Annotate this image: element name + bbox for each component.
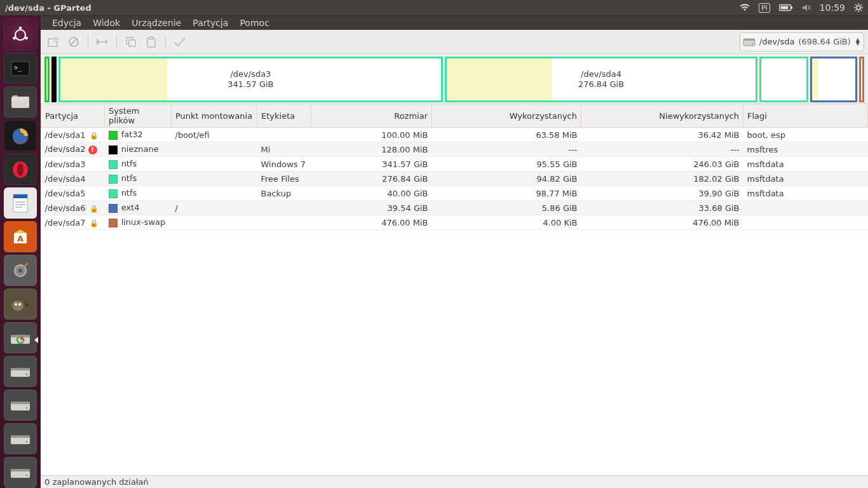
new-partition-button[interactable] (44, 33, 62, 51)
cell-unused: 182.02 GiB (581, 172, 743, 186)
launcher-opera[interactable] (4, 154, 37, 185)
col-flags[interactable]: Flagi (743, 104, 868, 128)
launcher-drive-4[interactable] (4, 457, 37, 488)
menu-partition[interactable]: Partycja (193, 18, 228, 28)
graph-sda3[interactable]: /dev/sda3341.57 GiB (58, 57, 443, 102)
cell-unused: 476.00 MiB (581, 215, 743, 230)
launcher-firefox[interactable] (4, 120, 37, 151)
lock-icon: 🔒 (90, 219, 98, 227)
table-row[interactable]: /dev/sda6 🔒 ext4/39.54 GiB5.86 GiB33.68 … (41, 201, 868, 215)
launcher-software[interactable]: A (4, 221, 37, 252)
table-row[interactable]: /dev/sda4 ntfsFree Files276.84 GiB94.82 … (41, 172, 868, 186)
col-used[interactable]: Wykorzystanych (432, 104, 581, 128)
svg-point-43 (26, 373, 28, 375)
svg-rect-48 (11, 435, 30, 438)
cell-fs: linux-swap (105, 215, 172, 230)
paste-button[interactable] (142, 33, 160, 51)
volume-icon[interactable] (802, 4, 811, 11)
graph-sda7[interactable] (859, 57, 864, 102)
col-fs[interactable]: System plików (105, 104, 172, 128)
col-label[interactable]: Etykieta (257, 104, 311, 128)
svg-line-58 (71, 39, 77, 45)
cell-fs: nieznane (105, 142, 172, 157)
resize-button[interactable] (93, 33, 111, 51)
device-path: /dev/sda (759, 37, 795, 46)
lock-icon: 🔒 (90, 205, 98, 213)
partition-table[interactable]: Partycja System plików Punkt montowania … (41, 104, 868, 475)
svg-point-34 (18, 269, 22, 273)
graph-sda2[interactable] (51, 57, 57, 102)
svg-point-17 (25, 36, 28, 39)
launcher-files[interactable] (4, 86, 37, 118)
device-selector[interactable]: /dev/sda (698.64 GiB) ▲▼ (740, 32, 864, 51)
svg-rect-2 (780, 6, 788, 10)
svg-point-66 (752, 43, 754, 44)
cell-partition: /dev/sda1 🔒 (41, 128, 105, 142)
menu-bar: GParted Edycja Widok Urządzenie Partycja… (0, 15, 868, 30)
gear-icon[interactable] (854, 3, 863, 12)
launcher-drive-3[interactable] (4, 423, 37, 454)
col-mount[interactable]: Punkt montowania (172, 104, 257, 128)
menu-edit[interactable]: Edycja (52, 18, 81, 28)
lock-icon: 🔒 (90, 132, 98, 140)
cell-mount (172, 215, 257, 230)
cell-label (257, 201, 311, 215)
graph-sda5[interactable] (759, 57, 808, 102)
cell-partition: /dev/sda3 (41, 157, 105, 172)
launcher-terminal[interactable]: >_ (4, 53, 37, 84)
launcher-drive-1[interactable] (4, 356, 37, 387)
table-row[interactable]: /dev/sda7 🔒 linux-swap476.00 MiB4.00 KiB… (41, 215, 868, 230)
battery-icon[interactable] (779, 4, 793, 11)
clock[interactable]: 10:59 (820, 3, 845, 13)
table-row[interactable]: /dev/sda3 ntfsWindows 7341.57 GiB95.55 G… (41, 157, 868, 172)
cell-mount: /boot/efi (172, 128, 257, 142)
svg-rect-63 (149, 37, 153, 39)
svg-point-25 (17, 163, 24, 176)
graph-sda6[interactable] (810, 57, 857, 102)
svg-point-36 (15, 303, 17, 306)
col-partition[interactable]: Partycja (41, 104, 105, 128)
cell-label (257, 215, 311, 230)
svg-point-15 (19, 26, 22, 29)
keyboard-layout-indicator[interactable]: Pl (759, 3, 770, 13)
wifi-icon[interactable] (740, 4, 750, 11)
cell-flags (743, 215, 868, 230)
launcher-ubuntu[interactable] (4, 19, 37, 50)
cell-fs: ntfs (105, 157, 172, 172)
cell-partition: /dev/sda5 (41, 186, 105, 201)
launcher-settings[interactable] (4, 255, 37, 286)
svg-rect-42 (11, 368, 30, 370)
apply-button[interactable] (171, 33, 189, 51)
cell-size: 100.00 MiB (311, 128, 432, 142)
svg-line-12 (860, 4, 862, 6)
cell-flags (743, 201, 868, 215)
cell-size: 476.00 MiB (311, 215, 432, 230)
launcher-writer[interactable] (4, 187, 37, 219)
svg-point-49 (26, 440, 28, 442)
launcher-gparted[interactable] (4, 322, 37, 353)
menu-help[interactable]: Pomoc (240, 18, 269, 28)
table-row[interactable]: /dev/sda1 🔒 fat32/boot/efi100.00 MiB63.5… (41, 128, 868, 142)
delete-partition-button[interactable] (65, 33, 83, 51)
graph-sda4[interactable]: /dev/sda4276.84 GiB (445, 57, 757, 102)
status-text: 0 zaplanowanych działań (44, 477, 149, 487)
svg-rect-51 (11, 469, 30, 471)
launcher-gimp[interactable] (4, 288, 37, 320)
svg-rect-45 (11, 402, 30, 404)
col-unused[interactable]: Niewykorzystanych (581, 104, 743, 128)
svg-point-5 (857, 6, 860, 10)
graph-sda1[interactable] (44, 57, 50, 102)
table-row[interactable]: /dev/sda2 ! nieznaneMi128.00 MiB------ms… (41, 142, 868, 157)
menu-view[interactable]: Widok (93, 18, 120, 28)
copy-button[interactable] (122, 33, 140, 51)
cell-fs: fat32 (105, 128, 172, 142)
launcher-drive-2[interactable] (4, 390, 37, 421)
table-row[interactable]: /dev/sda5 ntfsBackup40.00 GiB98.77 MiB39… (41, 186, 868, 201)
menu-device[interactable]: Urządzenie (132, 18, 181, 28)
col-size[interactable]: Rozmiar (311, 104, 432, 128)
svg-text:>_: >_ (14, 64, 22, 72)
table-header-row: Partycja System plików Punkt montowania … (41, 104, 868, 128)
cell-label: Backup (257, 186, 311, 201)
warning-icon: ! (88, 146, 97, 154)
svg-point-14 (15, 30, 25, 40)
